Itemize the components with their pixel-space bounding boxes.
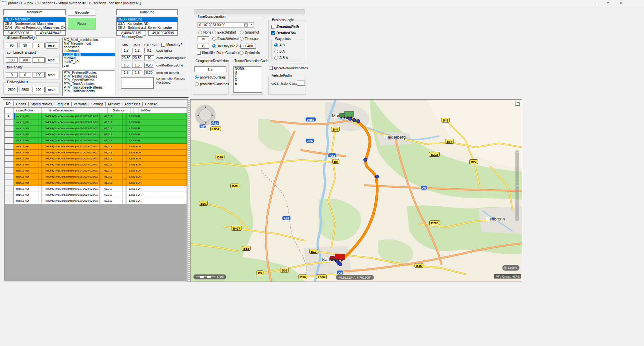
tollPenalty-reset-button[interactable]: reset bbox=[45, 72, 58, 78]
tollPenalty-max-input[interactable] bbox=[19, 72, 31, 78]
waypoint-radio[interactable] bbox=[274, 56, 278, 60]
monetary-checkbox[interactable] bbox=[161, 43, 165, 47]
list-item[interactable]: NONE bbox=[234, 67, 262, 70]
maximize-button[interactable]: □ bbox=[602, 0, 614, 6]
combinedTransport-max-input[interactable] bbox=[19, 57, 31, 63]
table-row[interactable]: truck11_99tTollOnlyTimeConsideration(01.… bbox=[5, 132, 187, 138]
row-selector[interactable] bbox=[5, 126, 14, 131]
list-item[interactable]: trailertruck bbox=[63, 49, 115, 53]
combinedTransport-step-input[interactable] bbox=[33, 57, 45, 63]
cell-Distance[interactable]: 68,013 bbox=[102, 156, 123, 161]
interval-unit-input[interactable] bbox=[198, 36, 209, 41]
cell-storedProfile[interactable]: truck11_99t bbox=[14, 192, 39, 198]
cell-Distance[interactable]: 68,013 bbox=[102, 162, 123, 167]
detailed-toll-option[interactable]: DetailedToll bbox=[271, 31, 296, 35]
country-input[interactable] bbox=[194, 66, 226, 72]
ignore-network-penalties-checkbox[interactable] bbox=[269, 66, 273, 70]
cell-Distance[interactable]: 68,013 bbox=[102, 119, 123, 125]
cell-timeConsideration[interactable]: TollOnlyTimeConsideration(01.08.2024 02:… bbox=[43, 192, 98, 198]
cell-tollCost[interactable]: 13,51 EUR bbox=[127, 186, 187, 192]
cell-Distance[interactable]: 68,013 bbox=[102, 198, 123, 204]
list-item[interactable]: truck7_49t bbox=[63, 60, 115, 64]
row-selector[interactable] bbox=[5, 156, 14, 161]
simplified-route-checkbox[interactable] bbox=[197, 51, 201, 55]
tab-Charts[interactable]: Charts bbox=[14, 102, 28, 106]
origin-input[interactable] bbox=[3, 9, 66, 15]
row-selector[interactable] bbox=[5, 198, 14, 204]
cell-Distance[interactable]: 68,013 bbox=[102, 144, 123, 149]
time-option-exact-at-start[interactable]: ExactAtStart bbox=[212, 31, 236, 34]
costPerKM-step-input[interactable] bbox=[144, 48, 154, 53]
tab-Addresses[interactable]: Addresses bbox=[122, 102, 143, 106]
list-item[interactable]: truck40t bbox=[63, 56, 115, 60]
cell-Distance[interactable]: 68,013 bbox=[102, 186, 123, 192]
costPerFuelUnit-step-input[interactable] bbox=[144, 70, 154, 75]
row-selector[interactable]: ▶ bbox=[5, 113, 14, 119]
detailed-toll-checkbox[interactable] bbox=[271, 31, 275, 35]
exact-at-arrival-radio[interactable] bbox=[212, 37, 216, 41]
table-row[interactable]: truck11_99tTollOnlyTimeConsideration(01.… bbox=[5, 192, 187, 198]
cell-Distance[interactable]: 68,013 bbox=[102, 132, 123, 137]
cell-timeConsideration[interactable]: TollOnlyTimeConsideration(01.08.2023 02:… bbox=[43, 119, 98, 125]
cell-timeConsideration[interactable]: TollOnlyTimeConsideration(01.10.2023 02:… bbox=[43, 132, 98, 137]
costPerEnergyUnit-step-input[interactable] bbox=[144, 63, 154, 68]
row-selector[interactable] bbox=[5, 180, 14, 186]
cell-timeConsideration[interactable]: TollOnlyTimeConsideration(01.05.2024 02:… bbox=[43, 174, 98, 180]
waypoint-dot[interactable] bbox=[339, 262, 342, 266]
list-item[interactable]: DEU - Mannheim bbox=[4, 17, 65, 22]
toll-only-radio[interactable] bbox=[212, 44, 216, 48]
row-selector[interactable] bbox=[5, 174, 14, 180]
list-item[interactable]: D bbox=[234, 78, 262, 82]
cell-tollCost[interactable]: 13,59 EUR bbox=[127, 156, 187, 161]
optimistic-radio[interactable] bbox=[240, 51, 244, 55]
cell-Distance[interactable]: 68,013 bbox=[102, 150, 123, 155]
vehicle-profile-list[interactable]: MC_Multi_combinationMR_Medium_rigidpedes… bbox=[62, 38, 115, 68]
list-item[interactable]: van bbox=[63, 64, 115, 67]
distanceTimeWeight-min-input[interactable] bbox=[6, 43, 18, 48]
tab-MinMax[interactable]: MinMax bbox=[106, 102, 122, 106]
origin-result-list[interactable]: DEU - MannheimDEU - Nordermeldorf Mannhe… bbox=[3, 17, 66, 31]
list-item[interactable]: DEU - Nordermeldorf Mannheim bbox=[4, 22, 65, 26]
waypoint-radio[interactable] bbox=[274, 43, 278, 47]
cell-storedProfile[interactable]: truck11_99t bbox=[14, 132, 39, 137]
table-row[interactable]: truck11_99tTollOnlyTimeConsideration(01.… bbox=[5, 144, 187, 150]
list-item[interactable]: DEU - Sohland a.d. Spree Karlsruhe bbox=[117, 26, 177, 30]
DeliveryMalus-max-input[interactable] bbox=[19, 87, 31, 92]
cell-tollCost[interactable]: 13,51 EUR bbox=[127, 198, 187, 204]
cell-storedProfile[interactable]: truck11_99t bbox=[14, 180, 39, 186]
none-radio[interactable] bbox=[198, 31, 202, 34]
ignore-network-penalties-option[interactable]: IgnoreNetworkPenalties bbox=[269, 66, 308, 70]
table-row[interactable]: truck11_99tTollOnlyTimeConsideration(01.… bbox=[5, 126, 187, 132]
exact-at-start-radio[interactable] bbox=[212, 31, 216, 34]
close-button[interactable]: × bbox=[614, 0, 627, 6]
DeliveryMalus-min-input[interactable] bbox=[6, 87, 18, 92]
DeliveryMalus-step-input[interactable] bbox=[33, 87, 45, 92]
geocode-button[interactable]: Geocode bbox=[68, 9, 96, 16]
waypoint-dot[interactable] bbox=[353, 118, 356, 122]
tab-Charts2[interactable]: Charts2 bbox=[143, 102, 159, 106]
tab-Versions[interactable]: Versions bbox=[71, 102, 89, 106]
list-item[interactable]: DEU - Karlsruhe bbox=[117, 17, 177, 22]
table-row[interactable]: truck11_99tTollOnlyTimeConsideration(01.… bbox=[5, 168, 187, 174]
cell-tollCost[interactable]: 8,35 EUR bbox=[127, 132, 187, 137]
map-mode-button[interactable] bbox=[516, 101, 520, 106]
table-row[interactable]: truck11_99tTollOnlyTimeConsideration(01.… bbox=[5, 138, 187, 144]
list-item[interactable]: E bbox=[234, 82, 262, 85]
cell-timeConsideration[interactable]: TollOnlyTimeConsideration(01.09.2023 02:… bbox=[43, 126, 98, 131]
waypoint-dot[interactable] bbox=[375, 175, 379, 178]
time-option-optimistic[interactable]: Optimistic bbox=[240, 51, 260, 55]
waypoint-radio[interactable] bbox=[274, 50, 278, 53]
cell-storedProfile[interactable]: truck11_99t bbox=[14, 113, 39, 119]
costPerWorkingHour-max-input[interactable] bbox=[132, 55, 142, 60]
allowed-countries-radio[interactable] bbox=[195, 76, 199, 79]
table-row[interactable]: ▶truck11_99tTollOnlyTimeConsideration(01… bbox=[5, 113, 187, 119]
cell-timeConsideration[interactable]: TollOnlyTimeConsideration(01.01.2024 02:… bbox=[43, 150, 98, 155]
DeliveryMalus-reset-button[interactable]: reset bbox=[45, 87, 58, 93]
cell-Distance[interactable]: 68,013 bbox=[102, 113, 123, 119]
cell-storedProfile[interactable]: truck11_99t bbox=[14, 162, 39, 167]
tab-Request[interactable]: Request bbox=[54, 102, 71, 106]
combinedTransport-reset-button[interactable]: reset bbox=[45, 57, 58, 63]
timespan-value-input[interactable] bbox=[240, 44, 256, 49]
destination-result-list[interactable]: DEU - KarlsruheUSA - Karlsruhe, NDDEU - … bbox=[116, 17, 178, 31]
column-header-Distance[interactable]: Distance bbox=[110, 108, 131, 113]
